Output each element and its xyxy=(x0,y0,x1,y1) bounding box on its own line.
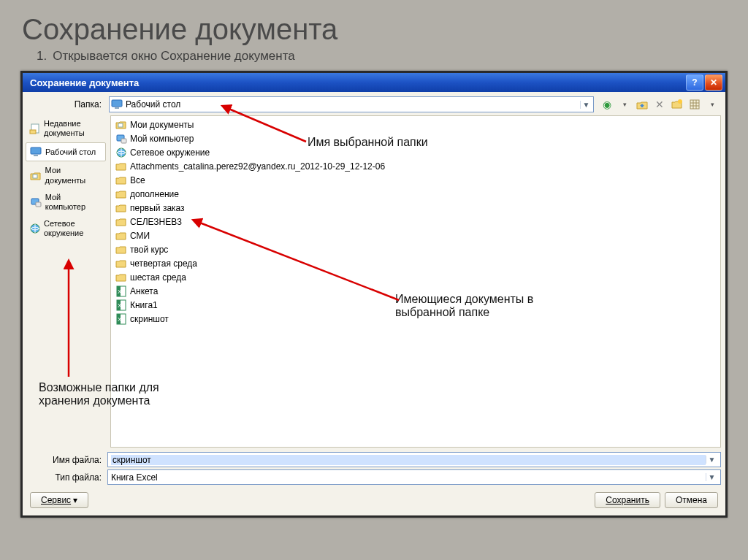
filetype-combo[interactable]: Книга Excel ▼ xyxy=(107,469,721,485)
folder-icon xyxy=(115,258,127,269)
mypc-icon xyxy=(29,196,42,209)
network-icon xyxy=(115,147,127,158)
annotation-documents: Имеющиеся документы в выбранной папке xyxy=(395,293,578,319)
place-desktop[interactable]: Рабочий стол xyxy=(26,142,106,161)
mypc-icon xyxy=(115,133,127,145)
list-item[interactable]: Мои документы xyxy=(114,118,717,131)
help-button[interactable]: ? xyxy=(686,74,703,91)
cancel-button[interactable]: Отмена xyxy=(665,492,718,508)
annotation-places: Возможные папки для хранения документа xyxy=(39,381,199,407)
folder-icon xyxy=(115,244,127,256)
filetype-value: Книга Excel xyxy=(111,472,706,483)
xls-icon: X xyxy=(115,285,127,297)
list-item[interactable]: четвертая среда xyxy=(114,256,717,270)
filetype-label: Тип файла: xyxy=(31,472,107,483)
xls-icon: X xyxy=(115,299,127,311)
filename-label: Имя файла: xyxy=(31,455,107,465)
views-chevron-icon[interactable]: ▾ xyxy=(705,97,720,112)
svg-rect-9 xyxy=(30,130,36,134)
dialog-title: Сохранение документа xyxy=(26,77,684,88)
up-icon[interactable] xyxy=(635,97,649,112)
list-item[interactable]: СЕЛЕЗНЕВ3 xyxy=(114,215,717,229)
mydocs-icon xyxy=(115,119,127,131)
svg-rect-18 xyxy=(121,139,126,143)
save-button[interactable]: Сохранить xyxy=(595,492,660,508)
place-network[interactable]: Сетевое окружение xyxy=(26,216,106,241)
file-list[interactable]: Мои документыМой компьютерСетевое окруже… xyxy=(110,115,721,448)
dialog-body: Папка: Рабочий стол ▼ ◉ ▾ ✕ xyxy=(23,92,725,515)
folder-icon xyxy=(115,272,127,283)
list-item[interactable]: первый заказ xyxy=(114,201,717,215)
svg-point-2 xyxy=(678,99,682,104)
save-dialog: Сохранение документа ? ✕ Папка: Рабочий … xyxy=(20,71,728,518)
button-bar: Сервис ▾ Сохранить Отмена xyxy=(23,486,725,515)
folder-dropdown[interactable]: Рабочий стол ▼ xyxy=(109,96,594,112)
folder-icon xyxy=(115,188,127,200)
folder-icon xyxy=(115,161,127,172)
svg-rect-1 xyxy=(115,107,119,109)
desktop-icon xyxy=(29,145,42,158)
list-item[interactable]: Все xyxy=(114,173,717,187)
list-item[interactable]: Attachments_catalina.perez92@yandex.ru_2… xyxy=(114,159,717,173)
place-recent[interactable]: Недавние документы xyxy=(26,116,106,141)
chevron-down-icon: ▼ xyxy=(580,101,592,109)
chevron-down-icon: ▼ xyxy=(706,456,717,464)
desktop-icon xyxy=(111,99,123,110)
back-chevron-icon[interactable]: ▾ xyxy=(617,97,632,112)
network-icon xyxy=(29,222,41,235)
folder-label: Папка: xyxy=(28,99,109,110)
folder-icon xyxy=(115,202,127,214)
back-icon[interactable]: ◉ xyxy=(600,97,614,112)
delete-icon[interactable]: ✕ xyxy=(652,97,667,112)
folder-toolbar: Папка: Рабочий стол ▼ ◉ ▾ ✕ xyxy=(23,92,725,115)
bottom-fields: Имя файла: скриншот ▼ Тип файла: Книга E… xyxy=(23,450,725,486)
place-mypc[interactable]: Мой компьютер xyxy=(26,190,106,215)
chevron-down-icon: ▼ xyxy=(706,473,717,481)
folder-icon xyxy=(115,216,127,228)
svg-rect-14 xyxy=(36,202,41,207)
service-button[interactable]: Сервис ▾ xyxy=(30,492,88,508)
folder-icon xyxy=(115,174,127,186)
new-folder-icon[interactable] xyxy=(670,97,684,112)
svg-text:X: X xyxy=(118,288,122,295)
svg-rect-16 xyxy=(118,123,123,127)
xls-icon: X xyxy=(115,313,127,325)
svg-rect-10 xyxy=(31,147,41,154)
svg-rect-12 xyxy=(33,174,37,178)
svg-text:X: X xyxy=(118,302,122,309)
place-mydocs[interactable]: Мои документы xyxy=(26,163,106,188)
svg-rect-11 xyxy=(34,155,38,156)
annotation-folder-name: Имя выбранной папки xyxy=(308,136,428,149)
svg-rect-0 xyxy=(112,100,122,107)
slide-list-item: 1.Открывается окно Сохранение документа xyxy=(0,49,748,68)
list-item[interactable]: твой курс xyxy=(114,242,717,256)
mydocs-icon xyxy=(29,169,42,183)
filename-value: скриншот xyxy=(111,455,706,465)
views-icon[interactable] xyxy=(687,97,702,112)
list-item[interactable]: дополнение xyxy=(114,187,717,201)
folder-icon xyxy=(115,230,127,242)
toolbar-icons: ◉ ▾ ✕ ▾ xyxy=(594,97,720,112)
recent-icon xyxy=(29,122,41,135)
svg-rect-3 xyxy=(690,100,699,109)
slide-title: Сохранение документа xyxy=(0,0,748,49)
svg-text:X: X xyxy=(118,316,122,323)
close-button[interactable]: ✕ xyxy=(705,74,722,91)
filename-combo[interactable]: скриншот ▼ xyxy=(107,452,721,467)
list-item[interactable]: шестая среда xyxy=(114,270,717,284)
folder-dropdown-value: Рабочий стол xyxy=(126,99,580,110)
list-item[interactable]: СМИ xyxy=(114,229,717,242)
titlebar: Сохранение документа ? ✕ xyxy=(23,73,725,92)
